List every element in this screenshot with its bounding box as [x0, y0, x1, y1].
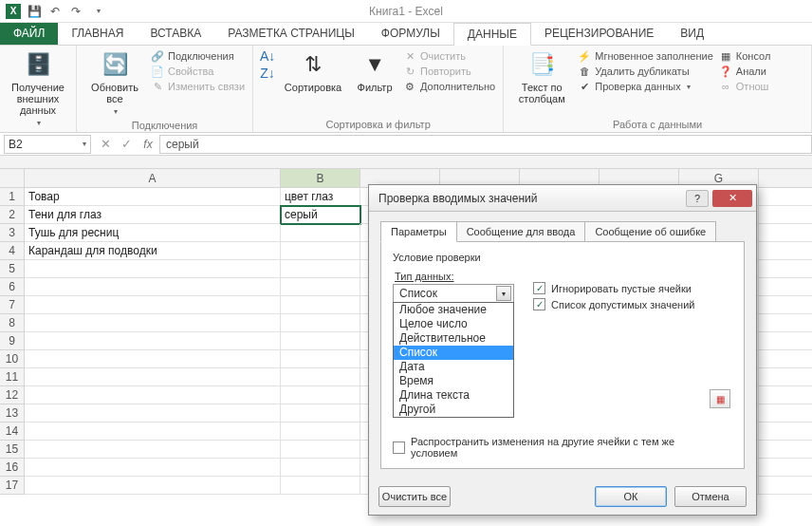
- save-icon[interactable]: 💾: [27, 4, 42, 19]
- list-item-selected[interactable]: Список: [394, 346, 513, 360]
- cell-H11[interactable]: [759, 368, 812, 386]
- cell-A3[interactable]: Тушь для ресниц: [25, 224, 281, 242]
- redo-icon[interactable]: ↷: [68, 4, 83, 19]
- cell-A9[interactable]: [25, 332, 281, 350]
- cell-B10[interactable]: [281, 350, 360, 368]
- dialog-tab-input-message[interactable]: Сообщение для ввода: [456, 221, 586, 242]
- cancel-edit-icon[interactable]: ✕: [95, 135, 116, 154]
- consolidate-button[interactable]: ▦Консол: [719, 49, 771, 63]
- cell-B13[interactable]: [281, 404, 360, 423]
- cell-H10[interactable]: [759, 350, 812, 368]
- cell-B17[interactable]: [281, 477, 360, 495]
- cell-H15[interactable]: [759, 441, 812, 459]
- row-header[interactable]: 15: [0, 441, 25, 459]
- cell-H17[interactable]: [759, 477, 812, 495]
- cell-A7[interactable]: [25, 296, 281, 314]
- confirm-edit-icon[interactable]: ✓: [116, 135, 137, 154]
- clear-filter-button[interactable]: ✕Очистить: [403, 49, 495, 63]
- cell-A1[interactable]: Товар: [25, 188, 281, 206]
- cell-H13[interactable]: [759, 404, 812, 423]
- cell-A16[interactable]: [25, 459, 281, 477]
- cell-B12[interactable]: [281, 386, 360, 404]
- tab-view[interactable]: ВИД: [667, 23, 717, 45]
- tab-file[interactable]: ФАЙЛ: [0, 23, 58, 45]
- cell-H6[interactable]: [759, 278, 812, 296]
- cell-A12[interactable]: [25, 386, 281, 404]
- list-item[interactable]: Длина текста: [394, 388, 513, 403]
- col-header-A[interactable]: A: [25, 169, 281, 188]
- row-header[interactable]: 10: [0, 350, 25, 368]
- advanced-filter-button[interactable]: ⚙Дополнительно: [403, 80, 495, 93]
- cell-B6[interactable]: [281, 278, 360, 296]
- cancel-button[interactable]: Отмена: [674, 486, 747, 507]
- whatif-button[interactable]: ❓Анали: [719, 65, 771, 78]
- cell-B8[interactable]: [281, 314, 360, 332]
- row-header[interactable]: 12: [0, 386, 25, 404]
- row-header[interactable]: 16: [0, 459, 25, 477]
- cell-H12[interactable]: [759, 386, 812, 404]
- cell-H1[interactable]: [759, 188, 812, 206]
- list-item[interactable]: Другой: [394, 403, 513, 417]
- filter-button[interactable]: ▼ Фильтр: [352, 49, 397, 93]
- row-header[interactable]: 8: [0, 314, 25, 332]
- name-box[interactable]: B2▾: [4, 135, 91, 154]
- qat-customize-icon[interactable]: ▾: [91, 4, 106, 19]
- dialog-help-button[interactable]: ?: [686, 190, 709, 207]
- row-header[interactable]: 4: [0, 242, 25, 260]
- cell-H16[interactable]: [759, 459, 812, 477]
- list-item[interactable]: Дата: [394, 360, 513, 374]
- allow-type-combo[interactable]: Список ▾: [393, 284, 514, 303]
- list-item[interactable]: Время: [394, 374, 513, 388]
- row-header[interactable]: 1: [0, 188, 25, 206]
- list-item[interactable]: Целое число: [394, 317, 513, 331]
- cell-B1[interactable]: цвет глаз: [281, 188, 360, 206]
- row-header[interactable]: 13: [0, 404, 25, 423]
- cell-A17[interactable]: [25, 477, 281, 495]
- clear-all-button[interactable]: Очистить все: [378, 486, 451, 507]
- cell-H2[interactable]: [759, 206, 812, 224]
- select-all-corner[interactable]: [0, 169, 25, 188]
- cell-A10[interactable]: [25, 350, 281, 368]
- range-collapse-button[interactable]: ▦: [710, 389, 730, 408]
- col-header-blank[interactable]: [759, 169, 812, 188]
- properties-button[interactable]: 📄Свойства: [151, 65, 245, 78]
- row-header[interactable]: 11: [0, 368, 25, 386]
- reapply-button[interactable]: ↻Повторить: [403, 65, 495, 78]
- fx-icon[interactable]: fx: [137, 138, 159, 151]
- cell-H4[interactable]: [759, 242, 812, 260]
- allow-type-dropdown-list[interactable]: Любое значение Целое число Действительно…: [393, 302, 514, 418]
- cell-A4[interactable]: Карандаш для подводки: [25, 242, 281, 260]
- cell-A8[interactable]: [25, 314, 281, 332]
- cell-H14[interactable]: [759, 423, 812, 441]
- cell-B5[interactable]: [281, 260, 360, 278]
- cell-H5[interactable]: [759, 260, 812, 278]
- cell-H8[interactable]: [759, 314, 812, 332]
- apply-to-others-checkbox[interactable]: Распространить изменения на другие ячейк…: [393, 436, 732, 459]
- ignore-blank-checkbox[interactable]: ✓ Игнорировать пустые ячейки: [533, 282, 694, 294]
- remove-duplicates-button[interactable]: 🗑Удалить дубликаты: [578, 65, 713, 78]
- text-to-columns-button[interactable]: 📑 Текст по столбцам: [511, 49, 572, 104]
- cell-A2[interactable]: Тени для глаз: [25, 206, 281, 224]
- row-header[interactable]: 14: [0, 423, 25, 441]
- list-item[interactable]: Любое значение: [394, 303, 513, 317]
- relationships-button[interactable]: ∞Отнош: [719, 80, 771, 93]
- row-header[interactable]: 6: [0, 278, 25, 296]
- cell-B2[interactable]: серый: [281, 206, 360, 224]
- undo-icon[interactable]: ↶: [47, 4, 63, 19]
- col-header-B[interactable]: B: [281, 169, 360, 188]
- tab-formulas[interactable]: ФОРМУЛЫ: [368, 23, 453, 45]
- cell-A15[interactable]: [25, 441, 281, 459]
- row-header[interactable]: 9: [0, 332, 25, 350]
- tab-review[interactable]: РЕЦЕНЗИРОВАНИЕ: [531, 23, 667, 45]
- cell-A6[interactable]: [25, 278, 281, 296]
- row-header[interactable]: 3: [0, 224, 25, 242]
- tab-insert[interactable]: ВСТАВКА: [137, 23, 214, 45]
- get-external-data-button[interactable]: 🗄️ Получение внешних данных▾: [8, 49, 68, 129]
- cell-B7[interactable]: [281, 296, 360, 314]
- cell-B4[interactable]: [281, 242, 360, 260]
- cell-A11[interactable]: [25, 368, 281, 386]
- cell-A14[interactable]: [25, 423, 281, 441]
- sort-az-button[interactable]: A↓: [261, 49, 274, 63]
- cell-H7[interactable]: [759, 296, 812, 314]
- cell-B16[interactable]: [281, 459, 360, 477]
